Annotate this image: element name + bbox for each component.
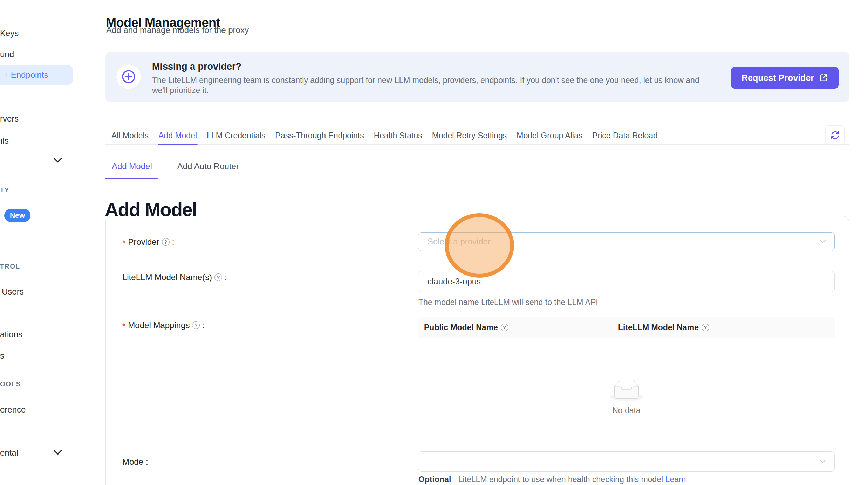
label-colon: : (225, 272, 227, 283)
column-litellm-model-name: LiteLLM Model Name ? (607, 323, 709, 332)
mode-label-text: Mode (122, 457, 143, 467)
model-name-label-text: LiteLLM Model Name(s) (122, 272, 212, 283)
add-model-form-card: * Provider ? : Select a provider LiteLLM… (105, 216, 849, 485)
sidebar: Keys und + Endpoints rvers ils TY New TR… (0, 0, 105, 485)
model-mappings-header: Public Model Name ? LiteLLM Model Name ? (418, 317, 835, 338)
column-public-model-name: Public Model Name ? (418, 323, 607, 332)
banner-body-line2: we'll prioritize it. (152, 85, 699, 96)
mode-helper: Optional - LiteLLM endpoint to use when … (418, 475, 686, 484)
label-colon: : (172, 237, 175, 247)
required-asterisk: * (122, 238, 125, 248)
sidebar-section-header-2: TROL (0, 262, 20, 271)
refresh-icon (830, 130, 840, 140)
mode-label: Mode : (122, 457, 148, 467)
required-asterisk: * (122, 321, 125, 332)
help-icon[interactable]: ? (702, 324, 709, 331)
plus-circle-badge (116, 64, 141, 89)
model-mappings-label: * Model Mappings ? : (122, 320, 205, 331)
sidebar-item-internal-users[interactable]: Users (2, 286, 24, 297)
model-name-helper: The model name LiteLLM will send to the … (418, 298, 598, 307)
help-icon[interactable]: ? (192, 321, 200, 329)
sidebar-item-experimental[interactable]: ental (0, 448, 18, 458)
chevron-down-icon (820, 240, 826, 244)
tab-llm-credentials[interactable]: LLM Credentials (207, 127, 265, 144)
no-data-text: No data (612, 406, 641, 415)
tab-add-model[interactable]: Add Model (158, 127, 197, 144)
subtab-add-model[interactable]: Add Model (105, 153, 158, 179)
column-divider (613, 323, 613, 332)
provider-select-placeholder: Select a provider (428, 237, 491, 247)
model-tabs: All Models Add Model LLM Credentials Pas… (105, 127, 849, 145)
label-colon: : (146, 457, 148, 467)
sidebar-collapse-chevron-icon[interactable] (52, 155, 63, 166)
mode-helper-text: - LiteLLM endpoint to use when health ch… (451, 475, 665, 484)
provider-select[interactable]: Select a provider (418, 232, 835, 251)
chevron-down-icon (820, 460, 826, 464)
sidebar-item-virtual-keys[interactable]: Keys (0, 28, 19, 39)
sidebar-item-models-endpoints-label: + Endpoints (4, 70, 48, 80)
model-mappings-body: No data (418, 338, 835, 434)
add-model-subtabs: Add Model Add Auto Router (105, 153, 849, 179)
subtab-add-auto-router[interactable]: Add Auto Router (158, 153, 246, 179)
plus-circle-icon (122, 70, 136, 84)
missing-provider-banner: Missing a provider? The LiteLLM engineer… (105, 52, 849, 102)
external-link-icon (819, 73, 828, 82)
banner-body-line1: The LiteLLM engineering team is constant… (152, 75, 699, 85)
label-colon: : (202, 320, 205, 331)
banner-title: Missing a provider? (152, 61, 241, 72)
sidebar-experimental-chevron-icon[interactable] (52, 447, 63, 458)
page-subtitle: Add and manage models for the proxy (106, 25, 249, 35)
tab-price-data-reload[interactable]: Price Data Reload (592, 127, 658, 144)
sidebar-item-mcp-servers[interactable]: rvers (0, 113, 19, 124)
sidebar-item-models-endpoints[interactable]: + Endpoints (0, 65, 73, 85)
model-name-label: LiteLLM Model Name(s) ? : (122, 272, 227, 283)
sidebar-item-teams[interactable]: s (0, 351, 4, 361)
sidebar-section-header-3: OOLS (0, 380, 21, 388)
mode-select[interactable] (418, 451, 835, 472)
tab-health-status[interactable]: Health Status (374, 127, 422, 144)
empty-inbox-icon (610, 379, 643, 401)
request-provider-button[interactable]: Request Provider (731, 67, 839, 89)
tab-model-group-alias[interactable]: Model Group Alias (517, 127, 582, 144)
banner-body: The LiteLLM engineering team is constant… (152, 75, 699, 96)
model-name-input[interactable] (418, 271, 835, 292)
help-icon[interactable]: ? (214, 273, 222, 281)
mode-helper-prefix: Optional (418, 475, 451, 484)
sidebar-item-organizations[interactable]: ations (0, 329, 22, 340)
refresh-button[interactable] (825, 125, 845, 145)
column-litellm-model-name-label: LiteLLM Model Name (618, 323, 699, 332)
provider-label-text: Provider (128, 237, 159, 247)
sidebar-item-guardrails[interactable]: ils (1, 136, 9, 146)
model-mappings-label-text: Model Mappings (128, 320, 190, 331)
column-public-model-name-label: Public Model Name (424, 323, 498, 332)
sidebar-item-api-reference[interactable]: erence (0, 404, 26, 415)
tab-model-retry-settings[interactable]: Model Retry Settings (432, 127, 507, 144)
request-provider-label: Request Provider (741, 73, 814, 83)
help-icon[interactable]: ? (501, 324, 508, 331)
help-icon[interactable]: ? (162, 238, 170, 246)
model-mappings-table: Public Model Name ? LiteLLM Model Name ? (418, 317, 835, 434)
provider-label: * Provider ? : (122, 237, 174, 247)
empty-state: No data (418, 379, 835, 415)
sidebar-item-playground[interactable]: und (0, 49, 14, 60)
new-badge: New (4, 209, 30, 222)
learn-link[interactable]: Learn (665, 475, 686, 484)
tab-all-models[interactable]: All Models (111, 127, 149, 144)
sidebar-section-header-1: TY (0, 186, 9, 194)
tab-pass-through-endpoints[interactable]: Pass-Through Endpoints (275, 127, 364, 144)
